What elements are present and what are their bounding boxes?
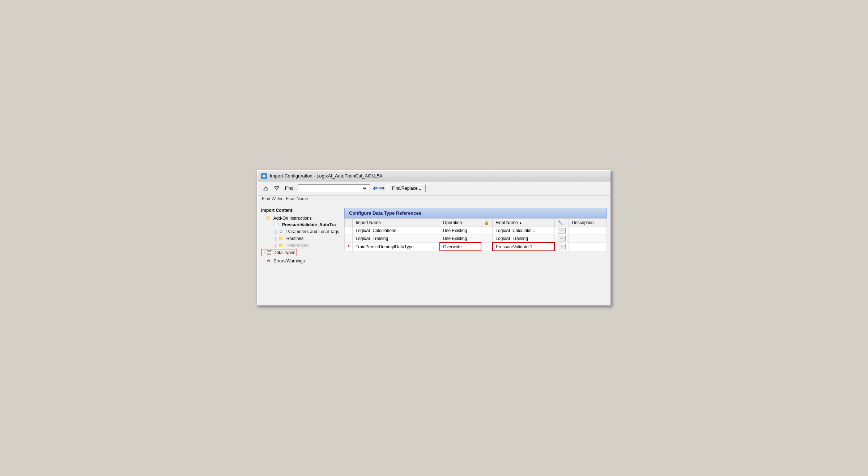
row2-ellipsis-btn[interactable]: ···	[558, 236, 566, 241]
data-types-icon: 101010	[266, 250, 272, 255]
routines-icon: 📁	[278, 236, 284, 241]
row1-operation[interactable]: Use Existing	[440, 227, 481, 235]
tree-item-routines[interactable]: ├ 📁 Routines	[261, 235, 341, 242]
tree-label-data-types: Data Types	[273, 250, 295, 255]
references-icon: 📁	[278, 243, 284, 248]
row1-lock	[481, 227, 493, 235]
th-import-name[interactable]: Import Name	[353, 218, 440, 227]
configure-panel: Configure Data Type References Import Na…	[344, 208, 607, 302]
tree-item-add-on-instructions[interactable]: 📁 Add-On Instructions	[261, 215, 341, 222]
tree-label-pressure-validate: PressureValidate_AutoTra	[282, 222, 336, 227]
configure-table: Import Name Operation 🔒 Final Name 🔧	[344, 218, 607, 252]
tree-item-pressure-validate[interactable]: ├ 📄 PressureValidate_AutoTra	[261, 222, 341, 228]
tree-item-errors-warnings[interactable]: ⊗ Errors/Warnings	[261, 258, 341, 265]
find-replace-button[interactable]: Find/Replace...	[387, 184, 426, 192]
tree-label-routines: Routines	[286, 236, 303, 241]
row3-lock	[481, 243, 493, 251]
main-window: ■ Import Configuration - LogixAI_AutoTra…	[257, 170, 611, 306]
find-label: Find:	[285, 186, 295, 191]
window-title: Import Configuration - LogixAI_AutoTrain…	[270, 173, 383, 179]
nav-arrows: ⇐ ⇒	[373, 184, 384, 192]
th-final-name[interactable]: Final Name	[493, 218, 555, 227]
row1-final-name[interactable]: LogixAI_Calculatio...	[493, 227, 555, 235]
title-bar: ■ Import Configuration - LogixAI_AutoTra…	[258, 171, 610, 181]
folder-icon: 📁	[265, 216, 271, 221]
toolbar: Find: ⇐ ⇒ Find/Replace...	[258, 181, 610, 196]
find-within-label: Find Within: Final Name	[258, 196, 610, 204]
import-content-label: Import Content:	[261, 208, 341, 213]
tree-item-references[interactable]: ├ 📁 References	[261, 242, 341, 249]
th-indicator	[345, 218, 353, 227]
row-indicator-2	[345, 235, 353, 243]
lock-icon: 🔒	[484, 220, 489, 225]
find-input-wrapper[interactable]	[298, 184, 370, 192]
configure-header: Configure Data Type References	[344, 208, 607, 218]
tree-item-data-types[interactable]: └ 101010 Data Types	[261, 249, 297, 256]
tree-item-parameters[interactable]: ├ ⚙ Parameters and Local Tags	[261, 228, 341, 235]
row3-import-name[interactable]: TrainPredictDummytDataType	[353, 243, 440, 251]
row3-final-name[interactable]: PressureValidator1	[493, 243, 555, 251]
find-dropdown[interactable]	[300, 185, 367, 191]
nav-arrow-prev[interactable]: ⇐	[373, 184, 378, 192]
row-indicator-1	[345, 227, 353, 235]
row2-operation[interactable]: Use Existing	[440, 235, 481, 243]
row3-ellipsis[interactable]: ··	[554, 243, 569, 251]
error-icon: ⊗	[265, 258, 271, 263]
th-description: Description	[569, 218, 607, 227]
tree-label-add-on: Add-On Instructions	[273, 216, 312, 221]
row2-import-name[interactable]: LogixAI_Training	[353, 235, 440, 243]
wrench-icon: 🔧	[558, 220, 563, 225]
row3-operation[interactable]: Overwrite	[440, 243, 481, 251]
tree-label-errors: Errors/Warnings	[273, 258, 305, 263]
table-row: LogixAI_Calculations Use Existing LogixA…	[345, 227, 607, 235]
table-row: * TrainPredictDummytDataType Overwrite P…	[345, 243, 607, 251]
th-operation[interactable]: Operation	[440, 218, 481, 227]
row2-lock	[481, 235, 493, 243]
th-wrench-icon: 🔧	[554, 218, 569, 227]
nav-arrow-next[interactable]: ⇒	[379, 184, 384, 192]
tree-panel: Import Content: 📁 Add-On Instructions ├ …	[261, 208, 341, 302]
window-icon: ■	[261, 173, 267, 179]
doc-icon: 📄	[274, 223, 280, 228]
table-row: LogixAI_Training Use Existing LogixAI_Tr…	[345, 235, 607, 243]
row2-final-name[interactable]: LogixAI_Training	[493, 235, 555, 243]
row1-description	[569, 227, 607, 235]
gear-icon: ⚙	[278, 230, 284, 235]
th-lock-icon: 🔒	[481, 218, 493, 227]
toolbar-icon-1[interactable]	[262, 184, 270, 192]
tree-label-references: References	[286, 243, 309, 248]
row1-import-name[interactable]: LogixAI_Calculations	[353, 227, 440, 235]
row2-ellipsis[interactable]: ···	[554, 235, 569, 243]
content-area: Import Content: 📁 Add-On Instructions ├ …	[258, 204, 610, 305]
row1-ellipsis-btn[interactable]: ···	[558, 228, 566, 233]
tree-label-parameters: Parameters and Local Tags	[286, 229, 339, 234]
row3-description	[569, 243, 607, 251]
row1-ellipsis[interactable]: ···	[554, 227, 569, 235]
toolbar-icon-2[interactable]	[273, 184, 281, 192]
row-indicator-3: *	[345, 243, 353, 251]
row3-ellipsis-btn[interactable]: ··	[558, 244, 566, 249]
row2-description	[569, 235, 607, 243]
